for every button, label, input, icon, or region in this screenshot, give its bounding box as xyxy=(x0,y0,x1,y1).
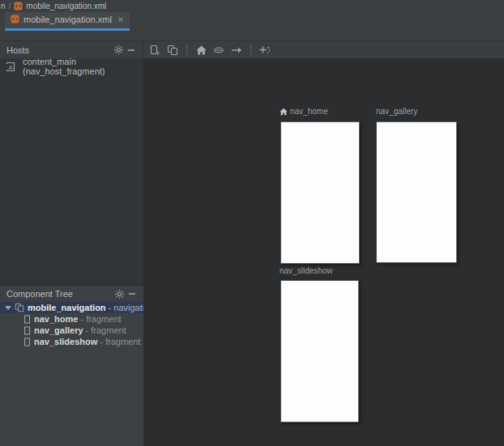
tree-item-name: nav_slideshow xyxy=(34,337,97,346)
toolbar-row: Hosts xyxy=(0,40,504,58)
destination-id-text: nav_gallery xyxy=(376,107,417,116)
tree-item-type: - fragment xyxy=(80,314,121,324)
destination-preview-nav-home[interactable] xyxy=(280,121,360,264)
tree-row-nav-slideshow[interactable]: nav_slideshow - fragment xyxy=(0,336,143,347)
destination-label-nav-slideshow[interactable]: nav_slideshow xyxy=(280,266,333,275)
tree-row-mobile-navigation[interactable]: mobile_navigation - navigation xyxy=(0,302,143,313)
component-tree-header: Component Tree xyxy=(0,286,143,302)
nav-xml-file-icon xyxy=(14,2,23,11)
fragment-icon xyxy=(23,338,31,346)
close-icon[interactable] xyxy=(117,16,124,23)
new-destination-icon[interactable] xyxy=(148,44,161,57)
toolbar-separator xyxy=(186,45,187,56)
start-destination-home-icon xyxy=(280,108,288,116)
nested-graph-icon[interactable] xyxy=(166,44,179,57)
tree-item-type: - fragment xyxy=(86,325,126,335)
hosts-panel-title: Hosts xyxy=(6,45,29,55)
tree-item-name: nav_gallery xyxy=(34,325,83,335)
hosts-panel: A content_main (nav_host_fragment) xyxy=(0,58,143,285)
component-tree-title: Component Tree xyxy=(6,289,73,299)
breadcrumb-folder[interactable]: n xyxy=(1,2,6,11)
nav-xml-file-icon xyxy=(11,15,19,23)
design-toolbar xyxy=(143,41,504,58)
tree-row-nav-gallery[interactable]: nav_gallery - fragment xyxy=(0,325,143,336)
breadcrumb: n / mobile_navigation.xml xyxy=(1,0,106,11)
nested-graph-icon xyxy=(15,303,24,312)
fragment-icon xyxy=(23,315,31,324)
toolbar-separator xyxy=(250,45,251,56)
tab-label: mobile_navigation.xml xyxy=(23,15,112,24)
destination-label-nav-gallery[interactable]: nav_gallery xyxy=(376,107,417,116)
destination-preview-nav-slideshow[interactable] xyxy=(280,280,359,423)
activity-icon: A xyxy=(6,62,15,72)
tab-mobile-navigation[interactable]: mobile_navigation.xml xyxy=(5,12,130,31)
design-surface[interactable]: nav_home nav_gallery nav_slideshow xyxy=(143,58,504,446)
destination-label-nav-home[interactable]: nav_home xyxy=(280,107,328,116)
go-to-start-destination-home-icon[interactable] xyxy=(194,44,207,57)
auto-arrange-icon[interactable] xyxy=(258,44,271,57)
host-item-label: content_main (nav_host_fragment) xyxy=(23,57,143,76)
destination-preview-nav-gallery[interactable] xyxy=(376,121,457,263)
hide-panel-minus-icon[interactable] xyxy=(125,44,138,57)
destination-id-text: nav_home xyxy=(290,107,328,116)
host-item-content-main[interactable]: A content_main (nav_host_fragment) xyxy=(0,60,143,73)
tree-item-type: - fragment xyxy=(100,337,140,346)
component-tree-panel: Component Tree mobile_navigation - navig… xyxy=(0,285,143,446)
editor-tab-bar: mobile_navigation.xml xyxy=(0,11,504,31)
chevron-down-icon[interactable] xyxy=(5,306,11,310)
tree-row-nav-home[interactable]: nav_home - fragment xyxy=(0,313,143,325)
fragment-icon xyxy=(23,326,31,335)
gear-icon[interactable] xyxy=(113,287,126,300)
top-chrome: n / mobile_navigation.xml mobile_navigat… xyxy=(0,0,504,40)
action-arrow-icon[interactable] xyxy=(230,44,243,57)
gear-icon[interactable] xyxy=(112,44,125,57)
hosts-panel-header: Hosts xyxy=(0,41,143,58)
breadcrumb-file[interactable]: mobile_navigation.xml xyxy=(26,2,106,11)
hide-panel-minus-icon[interactable] xyxy=(126,287,139,300)
tree-item-name: nav_home xyxy=(34,314,78,324)
tree-item-name: mobile_navigation xyxy=(28,303,106,312)
breadcrumb-separator: / xyxy=(9,2,11,11)
svg-text:A: A xyxy=(8,64,12,71)
destination-id-text: nav_slideshow xyxy=(280,266,333,275)
deep-link-icon[interactable] xyxy=(212,44,225,57)
